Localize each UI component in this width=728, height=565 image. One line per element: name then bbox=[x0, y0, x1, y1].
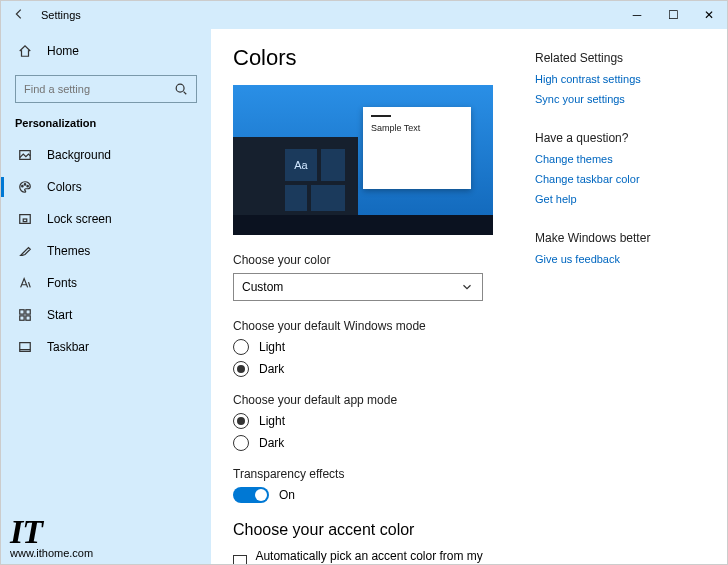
watermark: IT www.ithome.com bbox=[10, 513, 93, 559]
checkbox-icon bbox=[233, 555, 247, 564]
content: Colors Aa Sample Text Choose your color … bbox=[211, 29, 727, 564]
svg-point-3 bbox=[24, 184, 25, 185]
main-column: Colors Aa Sample Text Choose your color … bbox=[233, 45, 535, 564]
choose-color-select[interactable]: Custom bbox=[233, 273, 483, 301]
preview-sample-text: Sample Text bbox=[371, 123, 463, 133]
maximize-button[interactable]: ☐ bbox=[655, 8, 691, 22]
svg-rect-7 bbox=[20, 310, 24, 314]
transparency-toggle[interactable] bbox=[233, 487, 269, 503]
preview-tile bbox=[311, 185, 345, 211]
sidebar-home[interactable]: Home bbox=[1, 35, 211, 67]
watermark-logo: IT bbox=[10, 513, 93, 551]
link-change-themes[interactable]: Change themes bbox=[535, 153, 705, 165]
transparency-row: On bbox=[233, 487, 515, 503]
sidebar-item-label: Lock screen bbox=[47, 212, 112, 226]
choose-color-value: Custom bbox=[242, 280, 283, 294]
sidebar-item-label: Background bbox=[47, 148, 111, 162]
link-change-taskbar[interactable]: Change taskbar color bbox=[535, 173, 705, 185]
svg-point-2 bbox=[22, 185, 23, 186]
radio-icon bbox=[233, 339, 249, 355]
svg-rect-6 bbox=[23, 219, 27, 222]
svg-rect-10 bbox=[26, 316, 30, 320]
app-mode-light[interactable]: Light bbox=[233, 413, 515, 429]
body: Home Personalization Background Colors L… bbox=[1, 29, 727, 564]
svg-point-4 bbox=[27, 185, 28, 186]
related-heading: Related Settings bbox=[535, 51, 705, 65]
radio-label: Dark bbox=[259, 362, 284, 376]
sidebar-item-label: Colors bbox=[47, 180, 82, 194]
start-icon bbox=[15, 308, 35, 322]
preview-taskbar bbox=[233, 215, 493, 235]
back-button[interactable] bbox=[1, 7, 37, 23]
radio-icon bbox=[233, 361, 249, 377]
titlebar: Settings ─ ☐ ✕ bbox=[1, 1, 727, 29]
radio-label: Light bbox=[259, 414, 285, 428]
transparency-state: On bbox=[279, 488, 295, 502]
sidebar-item-label: Taskbar bbox=[47, 340, 89, 354]
sidebar-item-fonts[interactable]: Fonts bbox=[1, 267, 211, 299]
windows-mode-dark[interactable]: Dark bbox=[233, 361, 515, 377]
sidebar-item-taskbar[interactable]: Taskbar bbox=[1, 331, 211, 363]
sidebar-item-label: Start bbox=[47, 308, 72, 322]
preview-window-bar bbox=[371, 115, 391, 117]
sidebar-item-colors[interactable]: Colors bbox=[1, 171, 211, 203]
app-mode-label: Choose your default app mode bbox=[233, 393, 515, 407]
radio-label: Light bbox=[259, 340, 285, 354]
link-get-help[interactable]: Get help bbox=[535, 193, 705, 205]
sidebar-section: Personalization bbox=[1, 113, 211, 139]
lock-icon bbox=[15, 212, 35, 226]
sidebar-home-label: Home bbox=[47, 44, 79, 58]
font-icon bbox=[15, 276, 35, 290]
image-icon bbox=[15, 148, 35, 162]
minimize-button[interactable]: ─ bbox=[619, 8, 655, 22]
watermark-url: www.ithome.com bbox=[10, 547, 93, 559]
windows-mode-group: Light Dark bbox=[233, 339, 515, 377]
better-heading: Make Windows better bbox=[535, 231, 705, 245]
color-preview: Aa Sample Text bbox=[233, 85, 493, 235]
sidebar-item-themes[interactable]: Themes bbox=[1, 235, 211, 267]
accent-heading: Choose your accent color bbox=[233, 521, 515, 539]
close-button[interactable]: ✕ bbox=[691, 8, 727, 22]
sidebar-item-label: Fonts bbox=[47, 276, 77, 290]
preview-tile bbox=[285, 185, 307, 211]
settings-window: Settings ─ ☐ ✕ Home Personalization Back… bbox=[0, 0, 728, 565]
choose-color-label: Choose your color bbox=[233, 253, 515, 267]
search-input[interactable] bbox=[24, 83, 174, 95]
app-mode-group: Light Dark bbox=[233, 413, 515, 451]
search-icon bbox=[174, 82, 188, 96]
radio-icon bbox=[233, 413, 249, 429]
sidebar: Home Personalization Background Colors L… bbox=[1, 29, 211, 564]
palette-icon bbox=[15, 180, 35, 194]
radio-icon bbox=[233, 435, 249, 451]
radio-label: Dark bbox=[259, 436, 284, 450]
chevron-down-icon bbox=[460, 280, 474, 294]
windows-mode-label: Choose your default Windows mode bbox=[233, 319, 515, 333]
sidebar-item-lockscreen[interactable]: Lock screen bbox=[1, 203, 211, 235]
accent-auto-label: Automatically pick an accent color from … bbox=[255, 549, 515, 564]
preview-tile: Aa bbox=[285, 149, 317, 181]
right-column: Related Settings High contrast settings … bbox=[535, 45, 705, 564]
home-icon bbox=[15, 44, 35, 58]
sidebar-item-label: Themes bbox=[47, 244, 90, 258]
taskbar-icon bbox=[15, 340, 35, 354]
brush-icon bbox=[15, 244, 35, 258]
svg-point-0 bbox=[176, 84, 184, 92]
sidebar-item-start[interactable]: Start bbox=[1, 299, 211, 331]
page-title: Colors bbox=[233, 45, 515, 71]
transparency-label: Transparency effects bbox=[233, 467, 515, 481]
preview-tile bbox=[321, 149, 345, 181]
search-input-wrap[interactable] bbox=[15, 75, 197, 103]
app-mode-dark[interactable]: Dark bbox=[233, 435, 515, 451]
window-title: Settings bbox=[37, 9, 619, 21]
link-feedback[interactable]: Give us feedback bbox=[535, 253, 705, 265]
preview-window: Sample Text bbox=[363, 107, 471, 189]
question-heading: Have a question? bbox=[535, 131, 705, 145]
svg-rect-9 bbox=[20, 316, 24, 320]
link-sync-settings[interactable]: Sync your settings bbox=[535, 93, 705, 105]
windows-mode-light[interactable]: Light bbox=[233, 339, 515, 355]
arrow-left-icon bbox=[12, 7, 26, 21]
sidebar-item-background[interactable]: Background bbox=[1, 139, 211, 171]
accent-auto-checkbox[interactable]: Automatically pick an accent color from … bbox=[233, 549, 515, 564]
svg-rect-8 bbox=[26, 310, 30, 314]
link-high-contrast[interactable]: High contrast settings bbox=[535, 73, 705, 85]
